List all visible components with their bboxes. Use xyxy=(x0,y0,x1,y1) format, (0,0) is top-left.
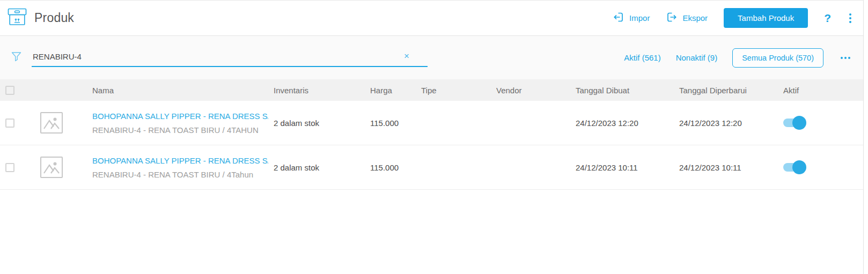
export-icon xyxy=(666,11,678,25)
export-button[interactable]: Ekspor xyxy=(666,11,708,25)
row-checkbox[interactable] xyxy=(5,163,14,172)
cell-inventory: 2 dalam stok xyxy=(268,163,365,172)
import-button[interactable]: Impor xyxy=(613,11,650,25)
column-harga: Harga xyxy=(365,86,416,95)
search-wrap: × xyxy=(32,49,428,67)
active-toggle[interactable] xyxy=(783,119,805,127)
product-name-link[interactable]: BOHOPANNA SALLY PIPPER - RENA DRESS SALL… xyxy=(92,156,268,165)
import-icon xyxy=(613,11,624,25)
column-tanggal-diperbarui: Tanggal Diperbarui xyxy=(674,86,778,95)
tab-active-products[interactable]: Aktif (561) xyxy=(624,53,660,62)
product-image-placeholder-icon xyxy=(40,112,63,134)
row-checkbox[interactable] xyxy=(5,119,14,128)
table-header: Nama Inventaris Harga Tipe Vendor Tangga… xyxy=(0,79,863,101)
more-menu-kebab-icon[interactable] xyxy=(847,11,854,25)
filter-funnel-icon xyxy=(11,51,22,64)
top-bar: Produk Impor Ekspor xyxy=(0,1,863,36)
product-sku: RENABIRU-4 - RENA TOAST BIRU / 4TAHUN xyxy=(92,125,268,135)
search-input[interactable] xyxy=(32,49,428,67)
export-label: Ekspor xyxy=(682,13,708,23)
help-button[interactable]: ? xyxy=(824,12,831,25)
toggle-knob xyxy=(792,160,806,174)
product-sku: RENABIRU-4 - RENA TOAST BIRU / 4Tahun xyxy=(92,170,268,179)
table-row: BOHOPANNA SALLY PIPPER - RENA DRESS SALL… xyxy=(0,145,863,190)
cell-updated: 24/12/2023 10:11 xyxy=(674,163,778,172)
select-all-checkbox[interactable] xyxy=(5,86,14,95)
cell-inventory: 2 dalam stok xyxy=(268,119,365,128)
cell-price: 115.000 xyxy=(365,163,416,172)
tab-inactive-products[interactable]: Nonaktif (9) xyxy=(676,53,718,62)
products-page: Produk Impor Ekspor xyxy=(0,0,864,274)
product-image-placeholder-icon xyxy=(40,157,63,178)
cell-price: 115.000 xyxy=(365,119,416,128)
product-name-link[interactable]: BOHOPANNA SALLY PIPPER - RENA DRESS SALL… xyxy=(92,112,268,121)
import-label: Impor xyxy=(629,13,650,23)
cell-updated: 24/12/2023 12:20 xyxy=(674,119,778,128)
column-vendor: Vendor xyxy=(491,86,570,95)
clear-search-icon[interactable]: × xyxy=(404,51,409,62)
column-inventaris: Inventaris xyxy=(268,86,365,95)
table-row: BOHOPANNA SALLY PIPPER - RENA DRESS SALL… xyxy=(0,101,863,145)
filter-more-dots-icon[interactable] xyxy=(838,55,852,61)
filter-tabs: Aktif (561) Nonaktif (9) Semua Produk (5… xyxy=(624,48,852,68)
tab-all-products[interactable]: Semua Produk (570) xyxy=(732,48,823,68)
active-toggle[interactable] xyxy=(783,163,805,172)
cell-created: 24/12/2023 12:20 xyxy=(570,119,674,128)
filter-bar: × Aktif (561) Nonaktif (9) Semua Produk … xyxy=(0,36,863,79)
column-nama: Nama xyxy=(87,86,268,95)
page-title: Produk xyxy=(34,11,74,25)
column-aktif: Aktif xyxy=(778,86,863,95)
cell-created: 24/12/2023 10:11 xyxy=(570,163,674,172)
product-box-icon xyxy=(8,8,27,28)
column-tanggal-dibuat: Tanggal Dibuat xyxy=(570,86,674,95)
toggle-knob xyxy=(792,116,806,130)
column-tipe: Tipe xyxy=(416,86,491,95)
top-actions: Impor Ekspor Tambah Produk ? xyxy=(613,8,854,28)
title-group: Produk xyxy=(8,8,74,28)
add-product-button[interactable]: Tambah Produk xyxy=(724,8,808,28)
